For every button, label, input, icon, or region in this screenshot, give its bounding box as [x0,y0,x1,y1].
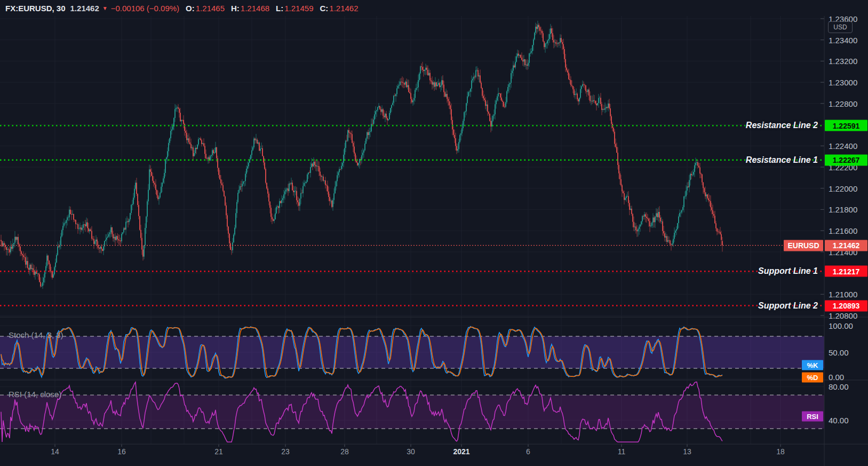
stoch-scale-label: 50.00 [829,348,849,357]
resistance-line-2-price-tag[interactable]: 1.22591 [825,120,867,131]
time-axis-label: 2021 [453,447,469,456]
close-label: C: [320,4,328,13]
time-axis-label: 18 [776,447,785,456]
currency-badge[interactable]: USD [828,21,853,33]
time-axis-label: 14 [51,447,59,456]
down-triangle-icon: ▼ [102,5,108,11]
price-axis-label: 1.21000 [829,290,857,299]
time-axis-label: 21 [214,447,223,456]
open-label: O: [186,4,195,13]
support-line-1-label[interactable]: Support Line 1 [758,266,818,276]
resistance-line-1-label[interactable]: Resistance Line 1 [746,155,818,165]
rsi-scale-label: 80.00 [829,382,849,391]
symbol-title[interactable]: FX:EURUSD, 30 [5,4,66,13]
resistance-line-1-price-tag[interactable]: 1.22267 [825,154,867,165]
high-value: 1.21468 [241,4,269,13]
stoch-scale-label: 0.00 [829,373,844,382]
stoch-scale-label: 100.00 [829,321,853,330]
resistance-line-2-label[interactable]: Resistance Line 2 [746,121,818,130]
symbol-price-label-tag[interactable]: EURUSD [784,240,823,251]
pct-d-badge: %D [802,373,823,383]
rsi-badge: RSI [802,412,823,422]
rsi-indicator-title[interactable]: RSI (14, close) [9,390,61,399]
time-axis-label: 11 [618,447,626,456]
support-line-2-price-tag[interactable]: 1.20893 [825,300,867,311]
time-axis-label: 16 [117,447,126,456]
price-axis-label: 1.22800 [829,99,857,108]
high-label: H: [231,4,240,13]
time-axis-label: 28 [340,447,349,456]
support-line-2-label[interactable]: Support Line 2 [758,301,818,311]
rsi-band [0,395,824,429]
support-line-1-price-tag[interactable]: 1.21217 [825,266,867,277]
price-axis-label: 1.21800 [829,205,857,214]
price-change: −0.00106 (−0.09%) [111,4,179,13]
time-axis-label: 23 [281,447,290,456]
open-value: 1.21465 [196,4,225,13]
pct-k-badge: %K [802,360,823,370]
rsi-scale-label: 40.00 [829,416,849,425]
close-value: 1.21462 [329,4,358,13]
low-value: 1.21459 [284,4,313,13]
time-axis-label: 13 [683,447,691,456]
last-price-tag[interactable]: 1.21462 [825,240,867,251]
trading-chart-window: FX:EURUSD, 30 1.21462 ▼ −0.00106 (−0.09%… [0,0,868,466]
up-candle-bodies [3,25,706,287]
time-axis-label: 6 [526,447,530,456]
price-axis-label: 1.20800 [829,311,857,320]
price-axis-label: 1.23400 [829,35,857,44]
time-axis-label: 30 [407,447,415,456]
chart-canvas[interactable] [0,0,868,466]
price-axis-label: 1.21600 [829,226,857,235]
low-label: L: [276,4,283,13]
price-axis-label: 1.23200 [829,57,857,66]
stoch-indicator-title[interactable]: Stoch (14, 3, 3) [9,330,63,339]
chart-legend-header: FX:EURUSD, 30 1.21462 ▼ −0.00106 (−0.09%… [0,0,868,16]
price-axis-label: 1.22400 [829,141,857,151]
price-axis-label: 1.22000 [829,184,857,193]
price-axis-label: 1.23000 [829,78,857,87]
last-price: 1.21462 [70,4,99,13]
